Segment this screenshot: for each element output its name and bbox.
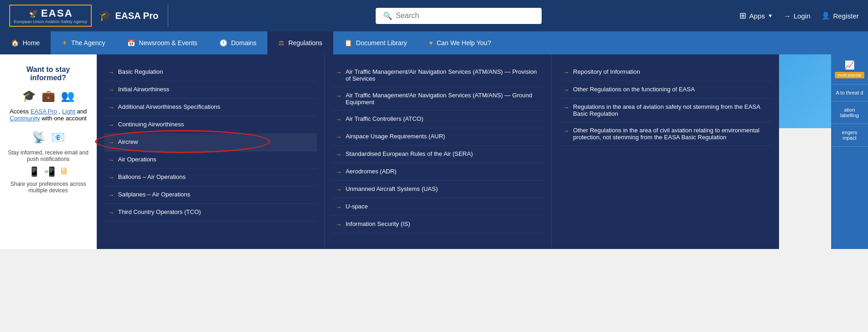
newsroom-icon: 📅: [127, 39, 135, 47]
reg-arrow-icon: →: [563, 127, 569, 135]
easapro-link[interactable]: EASA Pro: [30, 108, 57, 115]
nav-item-regulations[interactable]: ⚖ Regulations: [267, 31, 333, 54]
reg-item-continuing[interactable]: → Continuing Airworthiness: [104, 116, 317, 134]
nav-item-home[interactable]: 🏠 Home: [0, 31, 51, 54]
reg-item-basic[interactable]: → Basic Regulation: [104, 64, 317, 81]
apps-button[interactable]: ⊞ Apps ▼: [739, 11, 773, 21]
reg-item-other-easa[interactable]: → Other Regulations on the functioning o…: [559, 81, 772, 99]
reg-tco-label: Third Country Operators (TCO): [118, 208, 201, 215]
nav-help-label: Can We Help You?: [437, 39, 491, 47]
document-library-icon: 📋: [344, 39, 352, 47]
reg-arrow-icon: →: [108, 104, 114, 111]
reg-uas-label: Unmanned Aircraft Systems (UAS): [346, 185, 438, 192]
reg-item-is[interactable]: → Information Security (IS): [332, 216, 544, 233]
reg-arrow-icon: →: [108, 121, 114, 129]
page-wrapper: 🦅 EASA European Union Aviation Safety Ag…: [0, 0, 868, 249]
reg-atco-label: Air Traffic Controllers (ATCO): [346, 115, 424, 122]
login-button[interactable]: → Login: [784, 12, 810, 20]
content-area: Want to stay informed? 🎓 💼 👥 Access EASA…: [0, 54, 868, 249]
reg-item-atm-provision[interactable]: → Air Traffic Management/Air Navigation …: [332, 64, 544, 87]
reg-arrow-icon: →: [108, 174, 114, 181]
reg-item-aur[interactable]: → Airspace Usage Requirements (AUR): [332, 128, 544, 146]
reg-item-additional[interactable]: → Additional Airworthiness Specification…: [104, 99, 317, 116]
register-icon: 👤: [821, 12, 830, 20]
right-sidebar-item-4[interactable]: engers mpact: [831, 124, 868, 147]
community-link[interactable]: Community: [10, 115, 40, 122]
mobile-icon: 📱: [29, 166, 40, 177]
nav-item-agency[interactable]: ✈ The Agency: [51, 31, 116, 54]
light-link[interactable]: Light: [62, 108, 75, 115]
right-sidebar-item-2[interactable]: A to threat d: [831, 84, 868, 101]
reg-arrow-icon: →: [108, 86, 114, 94]
easa-logo[interactable]: 🦅 EASA European Union Aviation Safety Ag…: [9, 5, 92, 27]
reg-aur-label: Airspace Usage Requirements (AUR): [346, 133, 445, 140]
reg-item-repository[interactable]: → Repository of Information: [559, 64, 772, 81]
regulations-icon: ⚖: [278, 39, 284, 47]
sidebar-device-icons: 📱 📲 🖥: [7, 166, 89, 177]
reg-item-tco[interactable]: → Third Country Operators (TCO): [104, 204, 317, 221]
reg-item-adr[interactable]: → Aerodromes (ADR): [332, 163, 544, 181]
reg-continuing-label: Continuing Airworthiness: [118, 121, 184, 128]
reg-item-balloons[interactable]: → Balloons – Air Operations: [104, 169, 317, 186]
reg-item-aircrew[interactable]: → Aircrew: [104, 134, 317, 151]
register-button[interactable]: 👤 Register: [821, 12, 859, 20]
reg-arrow-icon: →: [336, 168, 342, 176]
easa-logo-text: 🦅 EASA: [28, 7, 73, 19]
sidebar-links: Access EASA Pro , Light and Community wi…: [7, 108, 89, 122]
reg-atm-provision-label: Air Traffic Management/Air Navigation Se…: [346, 68, 541, 82]
search-bar: 🔍: [177, 8, 740, 24]
reg-item-uspace[interactable]: → U-space: [332, 198, 544, 216]
reg-item-other-env[interactable]: → Other Regulations in the area of civil…: [559, 122, 772, 146]
nav-doc-library-label: Document Library: [356, 39, 407, 47]
sidebar-one-account: with one account: [41, 115, 87, 122]
reg-is-label: Information Security (IS): [346, 220, 410, 227]
reg-item-regs-safety[interactable]: → Regulations in the area of aviation sa…: [559, 99, 772, 122]
reg-item-initial[interactable]: → Initial Airworthiness: [104, 81, 317, 99]
top-right-actions: ⊞ Apps ▼ → Login 👤 Register: [739, 11, 859, 21]
reg-arrow-icon: →: [336, 92, 342, 100]
search-input[interactable]: [396, 12, 534, 20]
right-sidebar-item-1[interactable]: 📈 most popular: [831, 54, 868, 84]
easa-bird-icon: 🦅: [28, 8, 39, 18]
sidebar-access-text: Access: [10, 108, 29, 115]
sidebar-title-line1: Want to stay: [26, 65, 70, 73]
right-sidebar-item-3[interactable]: ation labelling: [831, 101, 868, 124]
nav-home-label: Home: [23, 39, 40, 47]
reg-arrow-icon: →: [108, 156, 114, 164]
nav-item-domains[interactable]: 🕐 Domains: [208, 31, 267, 54]
nav-item-document-library[interactable]: 📋 Document Library: [333, 31, 418, 54]
reg-item-sera[interactable]: → Standardised European Rules of the Air…: [332, 146, 544, 163]
reg-atm-ground-label: Air Traffic Management/Air Navigation Se…: [346, 92, 541, 106]
sidebar-and: and: [77, 108, 87, 115]
easa-pro-label[interactable]: 🎓 EASA Pro: [99, 10, 159, 22]
reg-arrow-icon: →: [563, 104, 569, 111]
reg-item-sailplanes[interactable]: → Sailplanes – Air Operations: [104, 186, 317, 204]
nav-item-newsroom[interactable]: 📅 Newsroom & Events: [116, 31, 208, 54]
nav-item-help[interactable]: ♥ Can We Help You?: [418, 31, 502, 54]
community-icon: 👥: [61, 89, 75, 102]
sidebar-title: Want to stay informed?: [7, 65, 89, 82]
wifi-icon: 📡: [32, 131, 46, 144]
reg-regs-safety-label: Regulations in the area of aviation safe…: [573, 103, 768, 117]
email-icon: 📧: [51, 131, 65, 144]
search-input-wrap[interactable]: 🔍: [376, 8, 542, 24]
right-sidebar-text-2: A to threat d: [836, 90, 863, 95]
trending-icon: 📈: [835, 60, 864, 70]
reg-sera-label: Standardised European Rules of the Air (…: [346, 150, 473, 157]
reg-item-uas[interactable]: → Unmanned Aircraft Systems (UAS): [332, 181, 544, 198]
reg-item-atco[interactable]: → Air Traffic Controllers (ATCO): [332, 111, 544, 128]
reg-item-atm-ground[interactable]: → Air Traffic Management/Air Navigation …: [332, 87, 544, 111]
left-sidebar: Want to stay informed? 🎓 💼 👥 Access EASA…: [0, 54, 97, 249]
nav-regulations-label: Regulations: [288, 39, 322, 47]
regulations-col-1: → Basic Regulation → Initial Airworthine…: [97, 54, 325, 249]
reg-arrow-icon: →: [563, 86, 569, 94]
pro-icon: 🎓: [22, 89, 36, 102]
regulations-dropdown: → Basic Regulation → Initial Airworthine…: [97, 54, 779, 249]
top-header: 🦅 EASA European Union Aviation Safety Ag…: [0, 0, 868, 31]
nav-agency-label: The Agency: [71, 39, 105, 47]
reg-aircrew-label: Aircrew: [118, 138, 138, 145]
desktop-icon: 🖥: [59, 166, 68, 177]
easa-pro-icon: 🎓: [99, 10, 112, 22]
chevron-down-icon: ▼: [768, 13, 773, 18]
reg-item-air-operations[interactable]: → Air Operations: [104, 151, 317, 169]
